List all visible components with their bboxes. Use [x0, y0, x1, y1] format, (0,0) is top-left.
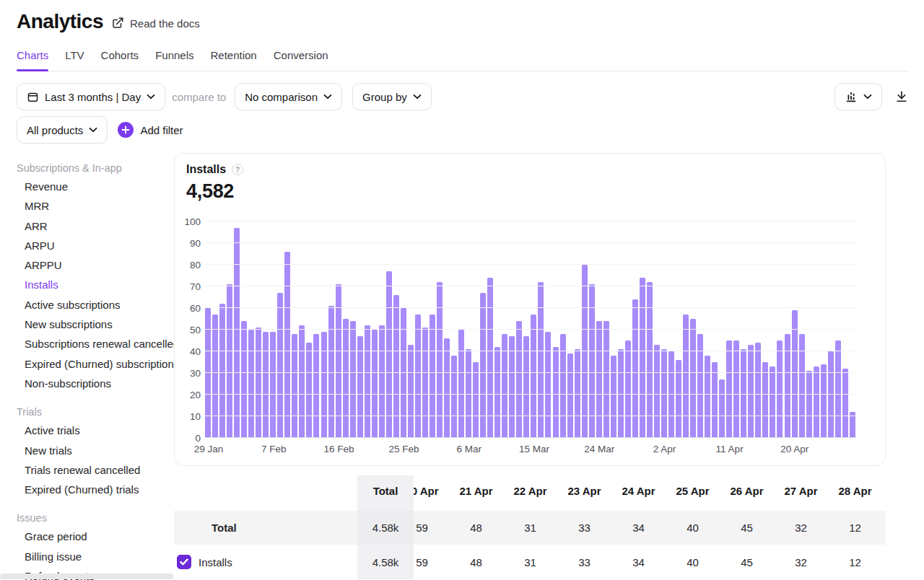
sidebar-item-subscriptions-renewal-cancelled[interactable]: Subscriptions renewal cancelled — [0, 334, 174, 353]
bar-12-apr[interactable] — [733, 340, 739, 438]
bar-7-feb[interactable] — [270, 332, 276, 438]
bar-7-mar[interactable] — [473, 362, 479, 438]
bar-25-mar[interactable] — [603, 321, 609, 438]
bar-18-mar[interactable] — [553, 347, 559, 438]
bar-4-mar[interactable] — [451, 356, 457, 438]
bar-24-mar[interactable] — [596, 321, 602, 438]
add-filter-button[interactable]: Add filter — [118, 122, 183, 138]
bar-15-apr[interactable] — [755, 343, 761, 438]
bar-20-mar[interactable] — [567, 353, 573, 438]
sidebar-item-billing-issue[interactable]: Billing issue — [0, 547, 174, 566]
bar-16-mar[interactable] — [538, 282, 544, 438]
bar-16-apr[interactable] — [762, 362, 768, 438]
bar-27-feb[interactable] — [415, 315, 421, 438]
bar-1-apr[interactable] — [654, 345, 660, 438]
bar-10-mar[interactable] — [494, 347, 500, 438]
sidebar-item-revenue[interactable]: Revenue — [0, 177, 174, 196]
bar-31-jan[interactable] — [219, 304, 225, 438]
tab-funnels[interactable]: Funnels — [155, 49, 193, 71]
bar-14-mar[interactable] — [523, 336, 529, 438]
tab-conversion[interactable]: Conversion — [274, 49, 328, 71]
bar-17-feb[interactable] — [343, 319, 349, 438]
bar-29-mar[interactable] — [632, 299, 638, 438]
bar-8-apr[interactable] — [705, 356, 710, 438]
bar-4-feb[interactable] — [248, 330, 254, 438]
bar-3-apr[interactable] — [668, 351, 674, 438]
sidebar-item-grace-period[interactable]: Grace period — [0, 527, 174, 546]
bar-7-apr[interactable] — [697, 334, 703, 438]
bar-2-mar[interactable] — [437, 282, 443, 438]
bar-22-feb[interactable] — [379, 325, 385, 438]
bar-1-mar[interactable] — [430, 315, 435, 438]
bar-19-mar[interactable] — [560, 334, 566, 438]
sidebar-item-trials-renewal-cancelled[interactable]: Trials renewal cancelled — [0, 460, 174, 480]
sidebar-item-arppu[interactable]: ARPPU — [0, 255, 174, 275]
bar-13-mar[interactable] — [516, 321, 522, 438]
chart-type-button[interactable] — [834, 83, 882, 110]
tab-ltv[interactable]: LTV — [65, 49, 84, 71]
bar-18-feb[interactable] — [350, 321, 356, 438]
sidebar-item-arr[interactable]: ARR — [0, 216, 174, 236]
sidebar-item-expired-churned-subscriptions[interactable]: Expired (Churned) subscriptions — [0, 354, 174, 374]
bar-28-mar[interactable] — [625, 340, 631, 438]
docs-link[interactable]: Read the docs — [111, 17, 200, 30]
bar-22-apr[interactable] — [806, 371, 812, 438]
bar-9-feb[interactable] — [284, 252, 290, 438]
help-icon[interactable]: ? — [232, 164, 243, 175]
comparison-button[interactable]: No comparison — [235, 83, 342, 110]
bar-12-feb[interactable] — [306, 343, 312, 438]
bar-11-apr[interactable] — [726, 340, 732, 438]
products-filter-button[interactable]: All products — [17, 116, 108, 144]
bar-15-mar[interactable] — [531, 315, 536, 438]
bar-17-mar[interactable] — [545, 332, 551, 438]
bar-13-feb[interactable] — [313, 334, 319, 438]
bar-30-jan[interactable] — [212, 315, 218, 438]
sidebar-item-non-subscriptions[interactable]: Non-subscriptions — [0, 374, 174, 393]
bar-14-feb[interactable] — [321, 332, 327, 438]
bar-29-jan[interactable] — [205, 308, 211, 438]
bar-2-feb[interactable] — [234, 228, 240, 438]
tab-charts[interactable]: Charts — [17, 49, 48, 71]
bar-5-mar[interactable] — [458, 330, 464, 438]
sidebar-item-new-subscriptions[interactable]: New subscriptions — [0, 315, 174, 334]
bar-26-feb[interactable] — [408, 345, 414, 438]
bar-19-feb[interactable] — [357, 336, 363, 438]
sidebar-item-mrr[interactable]: MRR — [0, 196, 174, 216]
sidebar-item-active-subscriptions[interactable]: Active subscriptions — [0, 295, 174, 315]
bar-28-feb[interactable] — [422, 328, 428, 438]
download-button[interactable] — [894, 89, 909, 104]
bar-10-apr[interactable] — [719, 379, 725, 438]
bar-18-apr[interactable] — [777, 340, 783, 438]
bar-30-mar[interactable] — [640, 278, 645, 438]
bar-24-apr[interactable] — [821, 364, 827, 438]
sidebar-item-active-trials[interactable]: Active trials — [0, 421, 174, 440]
bar-19-apr[interactable] — [785, 334, 790, 438]
sidebar-item-installs[interactable]: Installs — [0, 275, 174, 294]
bar-27-apr[interactable] — [842, 369, 848, 438]
bar-24-feb[interactable] — [393, 295, 399, 438]
bar-23-apr[interactable] — [814, 366, 819, 438]
bar-12-mar[interactable] — [509, 336, 515, 438]
sidebar-item-new-trials[interactable]: New trials — [0, 441, 174, 460]
sidebar-item-expired-churned-trials[interactable]: Expired (Churned) trials — [0, 480, 174, 499]
group-by-button[interactable]: Group by — [352, 83, 432, 110]
bar-23-feb[interactable] — [386, 271, 392, 438]
horizontal-scrollbar-thumb[interactable] — [0, 574, 173, 579]
bar-17-apr[interactable] — [770, 366, 775, 438]
date-range-button[interactable]: Last 3 months | Day — [17, 83, 165, 110]
bar-10-feb[interactable] — [292, 334, 297, 438]
bar-6-feb[interactable] — [263, 332, 269, 438]
bar-11-feb[interactable] — [299, 325, 305, 438]
bar-5-apr[interactable] — [683, 315, 689, 438]
bar-31-mar[interactable] — [647, 282, 653, 438]
bar-26-mar[interactable] — [611, 356, 616, 438]
bar-3-feb[interactable] — [241, 321, 247, 438]
bar-21-feb[interactable] — [372, 330, 378, 438]
bar-5-feb[interactable] — [256, 328, 261, 438]
tab-retention[interactable]: Retention — [211, 49, 257, 71]
bar-21-apr[interactable] — [799, 334, 805, 438]
bar-26-apr[interactable] — [835, 340, 841, 438]
bar-6-apr[interactable] — [690, 319, 696, 438]
bar-25-apr[interactable] — [828, 351, 834, 438]
bar-9-mar[interactable] — [487, 278, 493, 438]
